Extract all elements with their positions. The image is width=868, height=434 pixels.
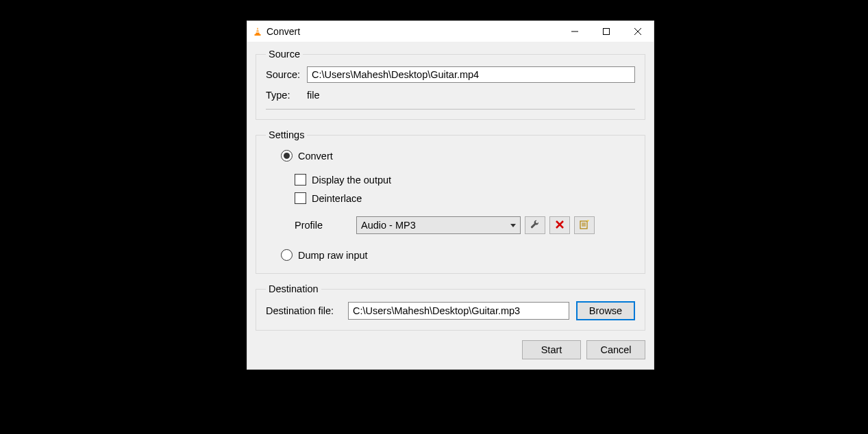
profile-combo[interactable]: Audio - MP3	[356, 216, 521, 234]
deinterlace-checkbox[interactable]	[295, 192, 306, 204]
source-label: Source:	[266, 69, 307, 80]
destination-group: Destination Destination file: Browse	[256, 283, 645, 331]
svg-rect-3	[255, 34, 261, 36]
source-group: Source Source: Type: file	[256, 49, 645, 120]
convert-radio[interactable]	[281, 150, 293, 162]
cancel-button[interactable]: Cancel	[586, 340, 645, 359]
profile-label: Profile	[295, 220, 356, 231]
display-output-checkbox[interactable]	[295, 174, 306, 186]
svg-rect-1	[256, 29, 259, 31]
maximize-button[interactable]	[591, 21, 622, 42]
type-label: Type:	[266, 90, 307, 101]
svg-rect-2	[256, 31, 259, 33]
svg-marker-0	[256, 27, 260, 34]
new-profile-icon	[579, 219, 590, 232]
chevron-down-icon	[510, 224, 516, 227]
settings-legend: Settings	[266, 129, 307, 140]
dialog-actions: Start Cancel	[256, 340, 645, 359]
titlebar: Convert	[247, 21, 654, 42]
browse-button[interactable]: Browse	[576, 301, 635, 320]
source-legend: Source	[266, 49, 303, 60]
minimize-button[interactable]	[559, 21, 591, 42]
start-button[interactable]: Start	[522, 340, 581, 359]
convert-dialog: Convert Source Source: Type: file	[247, 21, 654, 370]
destination-legend: Destination	[266, 283, 321, 294]
client-area: Source Source: Type: file Settings Conve…	[247, 42, 654, 369]
source-input[interactable]	[307, 66, 635, 83]
dump-raw-label: Dump raw input	[298, 250, 368, 261]
destination-file-input[interactable]	[348, 302, 569, 320]
x-icon	[555, 220, 565, 231]
svg-rect-5	[604, 29, 610, 35]
window-title: Convert	[266, 26, 300, 37]
wrench-icon	[530, 219, 541, 232]
new-profile-button[interactable]	[574, 216, 595, 234]
display-output-label: Display the output	[312, 175, 391, 186]
dump-raw-radio[interactable]	[281, 249, 293, 261]
close-button[interactable]	[622, 21, 654, 42]
destination-file-label: Destination file:	[266, 305, 348, 316]
profile-value: Audio - MP3	[361, 220, 510, 231]
source-divider	[266, 109, 635, 110]
edit-profile-button[interactable]	[525, 216, 545, 234]
type-value: file	[307, 90, 320, 101]
deinterlace-label: Deinterlace	[312, 193, 362, 204]
vlc-cone-icon	[253, 27, 262, 36]
delete-profile-button[interactable]	[549, 216, 570, 234]
convert-radio-label: Convert	[298, 151, 333, 162]
settings-group: Settings Convert Display the output Dein…	[256, 129, 645, 274]
